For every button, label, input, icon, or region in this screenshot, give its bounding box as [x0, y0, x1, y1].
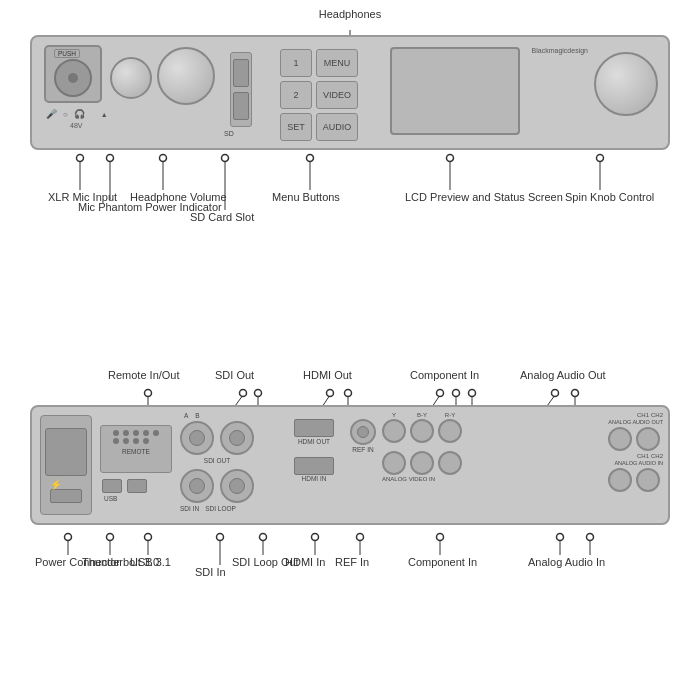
mic-icons: 🎤 ○ 🎧 ▲	[46, 109, 108, 119]
sdi-in	[180, 469, 214, 503]
svg-point-5	[107, 155, 114, 162]
btn-1[interactable]: 1	[280, 49, 312, 77]
svg-point-11	[307, 155, 314, 162]
remote-port: REMOTE	[100, 425, 172, 473]
svg-point-39	[107, 534, 114, 541]
label-sdi-out: SDI Out	[215, 368, 254, 382]
headphone-knob	[110, 57, 152, 99]
svg-point-41	[145, 534, 152, 541]
comp-ry-port	[438, 419, 462, 443]
btn-set[interactable]: SET	[280, 113, 312, 141]
usb-port-2	[127, 479, 147, 493]
analog-audio-in-ch2	[636, 468, 660, 492]
btn-2[interactable]: 2	[280, 81, 312, 109]
analog-audio-in-ch1	[608, 468, 632, 492]
bmd-logo: Blackmagicdesign	[532, 47, 588, 55]
sdi-out-b	[220, 421, 254, 455]
svg-point-43	[217, 534, 224, 541]
svg-point-49	[357, 534, 364, 541]
remote-label: REMOTE	[122, 448, 150, 455]
svg-point-15	[597, 155, 604, 162]
sdi-out-a	[180, 421, 214, 455]
top-device-panel: PUSH 🎤 ○ 🎧 ▲ 48V SD 1 MENU 2 VIDEO	[30, 35, 670, 150]
sdi-loop	[220, 469, 254, 503]
svg-point-13	[447, 155, 454, 162]
lcd-screen	[390, 47, 520, 135]
bottom-device-panel: ⚡ USB REMOTE A B	[30, 405, 670, 525]
label-analog-audio-in: Analog Audio In	[528, 555, 605, 569]
label-component-in-bottom: Component In	[408, 555, 477, 569]
analog-audio-out-ch2	[636, 427, 660, 451]
svg-point-7	[160, 155, 167, 162]
label-component-in: Component In	[410, 368, 479, 382]
label-hdmi-out: HDMI Out	[303, 368, 352, 382]
xlr-port: PUSH	[44, 45, 102, 103]
svg-point-23	[327, 390, 334, 397]
analog-audio-out-ch1	[608, 427, 632, 451]
svg-point-45	[260, 534, 267, 541]
label-ref-in: REF In	[335, 555, 369, 569]
phantom-power-label: 48V	[70, 122, 82, 129]
btn-video[interactable]: VIDEO	[316, 81, 358, 109]
svg-point-47	[312, 534, 319, 541]
label-remote-inout: Remote In/Out	[108, 368, 180, 382]
svg-point-51	[437, 534, 444, 541]
svg-point-37	[65, 534, 72, 541]
hdmi-out-port	[294, 419, 334, 437]
push-label: PUSH	[54, 49, 80, 58]
label-usb: USB 3.1	[130, 555, 171, 569]
sd-label: SD	[224, 130, 234, 137]
svg-point-29	[453, 390, 460, 397]
thunderbolt-icon: ⚡	[50, 479, 62, 490]
iec-port	[45, 428, 87, 476]
sd-card-slot	[230, 52, 252, 127]
headphones-label: Headphones	[300, 8, 400, 20]
comp-by-port	[410, 419, 434, 443]
svg-point-21	[255, 390, 262, 397]
label-hdmi-in: HDMI In	[285, 555, 325, 569]
label-headphone-volume: Headphone Volume	[130, 190, 227, 204]
svg-point-33	[552, 390, 559, 397]
label-sd-card: SD Card Slot	[190, 210, 254, 224]
power-port-area	[40, 415, 92, 515]
label-sdi-in: SDI In	[195, 565, 226, 579]
svg-point-19	[240, 390, 247, 397]
usb-ports	[102, 479, 147, 493]
svg-point-55	[587, 534, 594, 541]
hdmi-port-group: HDMI OUT HDMI IN	[294, 419, 334, 482]
sdi-port-group: A B SDI OUT SDI INSDI LOOP	[180, 412, 254, 512]
btn-audio[interactable]: AUDIO	[316, 113, 358, 141]
label-analog-audio-out: Analog Audio Out	[520, 368, 606, 382]
svg-point-9	[222, 155, 229, 162]
usb-port-1	[102, 479, 122, 493]
svg-point-17	[145, 390, 152, 397]
ref-in-port-group: REF IN	[350, 419, 376, 453]
analog-video-in-1	[382, 451, 406, 475]
component-port-group: Y B-Y R-Y ANALOG VIDEO IN	[382, 412, 462, 482]
svg-point-35	[572, 390, 579, 397]
svg-point-31	[469, 390, 476, 397]
menu-buttons: 1 MENU 2 VIDEO SET AUDIO	[280, 49, 358, 141]
svg-point-27	[437, 390, 444, 397]
spin-knob[interactable]	[594, 52, 658, 116]
svg-point-53	[557, 534, 564, 541]
analog-video-in-3	[438, 451, 462, 475]
label-menu-buttons: Menu Buttons	[272, 190, 340, 204]
btn-menu[interactable]: MENU	[316, 49, 358, 77]
analog-audio-port-group: CH1CH2 ANALOG AUDIO OUT CH1CH2 ANALOG AU…	[608, 412, 663, 492]
hdmi-in-port	[294, 457, 334, 475]
xlr-inner	[54, 59, 92, 97]
svg-point-3	[77, 155, 84, 162]
thunderbolt-port	[50, 489, 82, 503]
large-dial	[157, 47, 215, 105]
diagram-container: Headphones PUSH 🎤 ○ 🎧 ▲ 48V SD	[0, 0, 700, 700]
label-spin-knob: Spin Knob Control	[565, 190, 654, 204]
comp-y-port	[382, 419, 406, 443]
label-lcd-preview: LCD Preview and Status Screen	[405, 190, 563, 204]
analog-video-in-2	[410, 451, 434, 475]
svg-point-25	[345, 390, 352, 397]
usb-label: USB	[104, 495, 117, 502]
